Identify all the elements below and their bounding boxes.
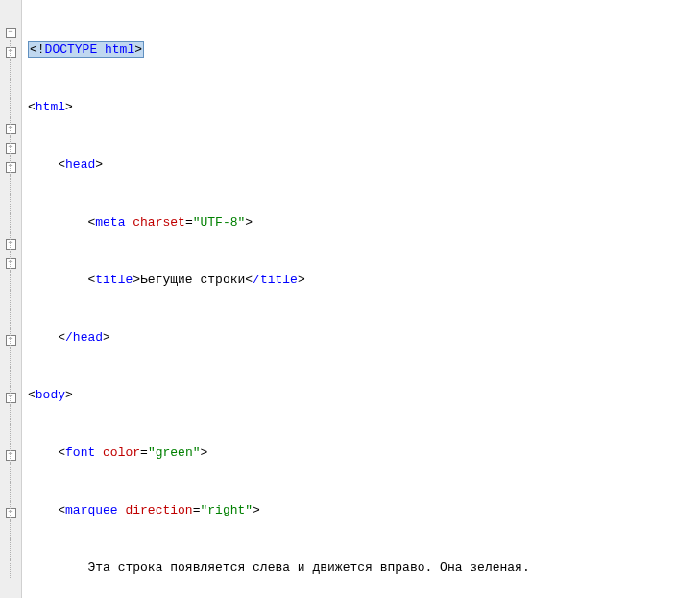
line-marquee1-text: Эта строка появляется слева и движется в… xyxy=(28,559,700,578)
fold-toggle[interactable]: − xyxy=(6,239,16,250)
fold-toggle[interactable]: − xyxy=(6,124,16,134)
fold-toggle[interactable]: − xyxy=(6,335,16,346)
fold-toggle[interactable]: − xyxy=(6,28,16,38)
fold-toggle[interactable]: − xyxy=(6,508,16,518)
code-editor: − − − − − − − − − − − <!DOCTYPE html> <h… xyxy=(0,0,700,598)
line-body-open: <body> xyxy=(28,386,700,405)
fold-toggle[interactable]: − xyxy=(6,258,16,269)
line-doctype: <!DOCTYPE html> xyxy=(28,40,700,60)
line-head-open: <head> xyxy=(28,155,700,175)
line-head-close: </head> xyxy=(28,328,700,347)
line-font1-open: <font color="green"> xyxy=(28,443,700,463)
fold-toggle[interactable]: − xyxy=(6,162,16,173)
fold-toggle[interactable]: − xyxy=(6,47,16,58)
code-area[interactable]: <!DOCTYPE html> <html> <head> <meta char… xyxy=(22,0,700,598)
fold-toggle[interactable]: − xyxy=(6,450,16,461)
line-marquee1-open: <marquee direction="right"> xyxy=(28,501,700,520)
fold-toggle[interactable]: − xyxy=(6,143,16,154)
line-meta: <meta charset="UTF-8"> xyxy=(28,213,700,232)
fold-toggle[interactable]: − xyxy=(6,393,16,403)
line-title: <title>Бегущие строки</title> xyxy=(28,271,700,290)
fold-gutter: − − − − − − − − − − − xyxy=(0,0,22,598)
line-html-open: <html> xyxy=(28,98,700,117)
